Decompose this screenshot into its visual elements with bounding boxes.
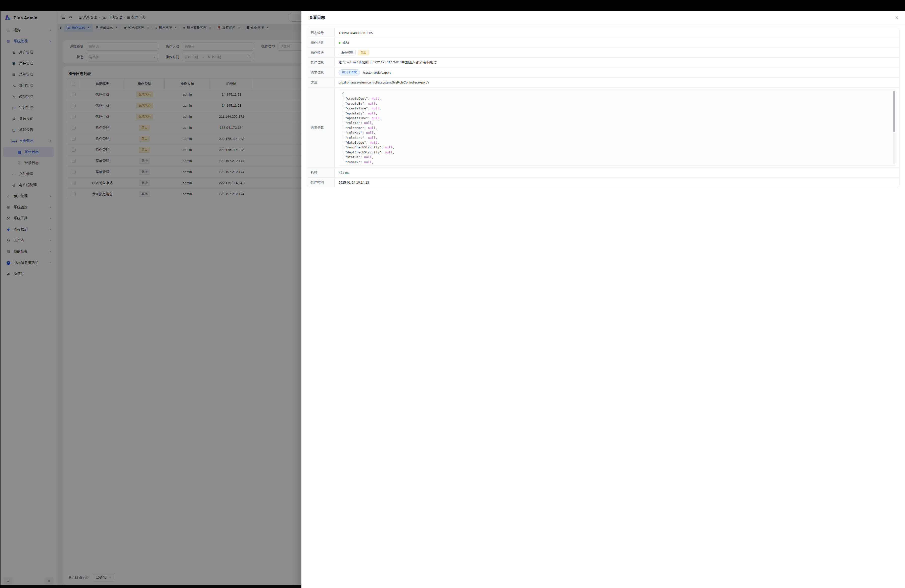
desc-row-op-time: 操作时间 2025-01-24 10:14:13 [307,177,452,187]
json-line: "createTime": null, [342,106,452,111]
json-line: "menuCheckStrictly": null, [342,145,452,149]
drawer-header: 查看日志 ✕ [302,11,452,24]
json-line: "dataScope": null, [342,140,452,145]
json-line: "status": null, [342,155,452,159]
result-value: 成功 [335,38,452,48]
post-method-tag: POST请求 [339,70,360,75]
log-detail-drawer: 查看日志 ✕ 日志编号 1882612840802115585 操作结果 成功 … [302,11,452,294]
desc-row-method: 方法 org.dromara.system.controller.system.… [307,78,452,87]
json-line: "roleKey": null, [342,130,452,135]
json-line: "remark": null, [342,160,452,164]
app-window: Plus Admin ☰概览∨⊡系统管理∧♙用户管理▣角色管理☰菜单管理⌥部门管… [0,11,452,294]
json-line: "roleName": null, [342,126,452,130]
params-json-block: { "createDept": null,"createBy": null,"c… [339,89,452,165]
json-line: "deptCheckStrictly": null, [342,150,452,155]
json-line: "roleSort": null, [342,135,452,140]
desc-row-params: 请求参数 { "createDept": null,"createBy": nu… [307,87,452,167]
request-url: /system/role/export [363,71,391,75]
indent-guide [343,96,343,162]
drawer-title: 查看日志 [309,15,325,21]
log-id-value: 1882612840802115585 [335,28,452,38]
desc-row-result: 操作结果 成功 [307,38,452,48]
desc-row-request: 请求信息 POST请求 /system/role/export [307,67,452,78]
duration-value: 421 ms [335,168,452,177]
json-line: "updateTime": null, [342,116,452,121]
request-value: POST请求 /system/role/export [335,67,452,78]
params-json-lines: "createDept": null,"createBy": null,"cre… [342,96,452,164]
desc-row-op-info: 操作信息 账号: admin / 研发部门 / 222.175.114.242 … [307,57,452,67]
json-line: "updateBy": null, [342,111,452,116]
drawer-body: 日志编号 1882612840802115585 操作结果 成功 操作模块 角色… [302,24,452,294]
module-value: 角色管理 导出 [335,48,452,57]
json-line: "createBy": null, [342,101,452,106]
desc-row-duration: 耗时 421 ms [307,167,452,177]
export-tag: 导出 [358,50,369,55]
json-line: "roleId": null, [342,121,452,125]
op-info-value: 账号: admin / 研发部门 / 222.175.114.242 / 中国|… [335,57,452,67]
method-value: org.dromara.system.controller.system.Sys… [335,78,452,87]
params-value: { "createDept": null,"createBy": null,"c… [335,87,452,167]
op-time-value: 2025-01-24 10:14:13 [335,178,452,187]
success-dot-icon [339,42,340,44]
log-descriptions-table: 日志编号 1882612840802115585 操作结果 成功 操作模块 角色… [307,28,452,188]
json-line: "createDept": null, [342,96,452,101]
desc-row-module: 操作模块 角色管理 导出 [307,48,452,57]
desc-row-log-id: 日志编号 1882612840802115585 [307,28,452,38]
module-tag: 角色管理 [339,50,356,55]
